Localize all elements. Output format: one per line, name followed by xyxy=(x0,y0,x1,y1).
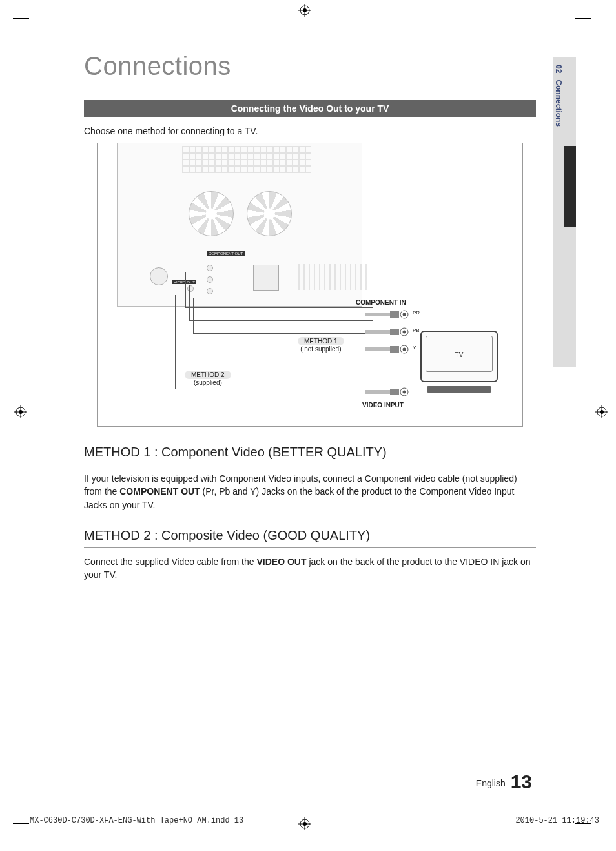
crop-mark xyxy=(575,18,591,19)
crop-mark xyxy=(13,18,29,19)
fan-icon xyxy=(247,191,292,236)
svg-point-27 xyxy=(403,348,406,351)
imprint-timestamp: 2010-5-21 11:19:43 xyxy=(515,816,599,825)
imprint-file: MX-C630D-C730D-XFA-ENG-With Tape+NO AM.i… xyxy=(30,816,243,825)
crop-mark xyxy=(577,0,577,19)
method1-name: METHOD 1 xyxy=(298,337,344,345)
crop-mark xyxy=(13,823,29,824)
imprint-line: MX-C630D-C730D-XFA-ENG-With Tape+NO AM.i… xyxy=(30,816,599,825)
svg-rect-25 xyxy=(390,346,399,353)
connection-diagram: COMPONENT OUT VIDEO OUT METHOD 2 (suppli… xyxy=(97,143,523,427)
section-heading-bar: Connecting the Video Out to your TV xyxy=(84,100,536,117)
tv-jack-y xyxy=(365,345,411,356)
method2-name: METHOD 2 xyxy=(185,371,231,379)
svg-rect-24 xyxy=(365,347,390,351)
method2-text: Connect the supplied Video cable from th… xyxy=(84,555,536,582)
registration-mark-icon xyxy=(298,4,311,17)
footer-language: English xyxy=(476,778,506,788)
svg-point-23 xyxy=(403,331,406,334)
svg-point-31 xyxy=(403,391,406,394)
fan-icon xyxy=(189,191,234,236)
crop-mark xyxy=(577,823,577,842)
method1-text: If your television is equipped with Comp… xyxy=(84,472,536,511)
component-in-label: COMPONENT IN xyxy=(356,299,406,306)
vent-grille xyxy=(182,146,311,173)
video-input-label: VIDEO INPUT xyxy=(362,402,404,409)
page-number: 13 xyxy=(511,771,532,792)
cable-line xyxy=(193,298,373,334)
crop-mark xyxy=(28,0,28,19)
method2-heading: METHOD 2 : Composite Video (GOOD QUALITY… xyxy=(84,528,536,548)
svg-rect-16 xyxy=(365,313,390,316)
method1-note: ( not supplied) xyxy=(300,345,341,353)
text-bold: VIDEO OUT xyxy=(256,557,306,567)
side-chapter-tab: 02 Connections xyxy=(553,57,576,367)
method1-heading: METHOD 1 : Component Video (BETTER QUALI… xyxy=(84,445,536,464)
chapter-number: 02 xyxy=(554,65,563,73)
pr-label: PR xyxy=(413,310,420,316)
y-label: Y xyxy=(413,345,416,351)
cable-line xyxy=(175,389,369,389)
text-segment: Connect the supplied Video cable from th… xyxy=(84,557,256,567)
fm-antenna-jack xyxy=(150,267,168,285)
method2-note: (supplied) xyxy=(194,379,222,386)
page-title: Connections xyxy=(84,52,536,81)
component-pr-jack xyxy=(207,265,213,271)
tv-jack-video xyxy=(365,387,411,399)
chapter-label: Connections xyxy=(554,79,563,127)
svg-point-19 xyxy=(403,313,406,316)
crop-mark xyxy=(28,823,28,842)
tv-jack-pr xyxy=(365,310,411,322)
registration-mark-icon xyxy=(14,405,27,418)
cable-line xyxy=(175,295,176,389)
pb-label: PB xyxy=(413,327,420,333)
intro-text: Choose one method for connecting to a TV… xyxy=(84,126,536,136)
text-bold: COMPONENT OUT xyxy=(119,486,200,497)
registration-mark-icon xyxy=(595,405,608,418)
method2-bubble: METHOD 2 (supplied) xyxy=(185,371,231,386)
method1-bubble: METHOD 1 ( not supplied) xyxy=(298,337,344,353)
tv-icon: TV xyxy=(420,331,504,393)
svg-rect-17 xyxy=(390,311,399,318)
svg-rect-29 xyxy=(390,389,399,395)
tv-jack-pb xyxy=(365,327,411,339)
svg-rect-20 xyxy=(365,330,390,334)
tv-label: TV xyxy=(420,351,498,358)
page-footer: English 13 xyxy=(476,771,532,793)
page-content: Connections Connecting the Video Out to … xyxy=(84,52,536,801)
side-tab-text: 02 Connections xyxy=(554,65,563,127)
svg-rect-28 xyxy=(365,390,390,394)
svg-rect-21 xyxy=(390,329,399,335)
component-out-label: COMPONENT OUT xyxy=(207,251,245,256)
